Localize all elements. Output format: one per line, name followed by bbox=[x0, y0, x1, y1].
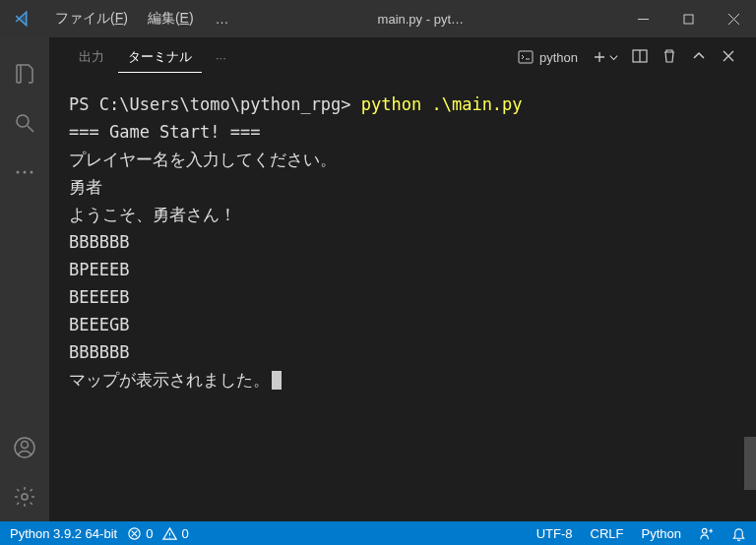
svg-point-11 bbox=[702, 528, 707, 533]
new-terminal-button[interactable] bbox=[592, 49, 618, 65]
output-line: マップが表示されました。 bbox=[69, 370, 270, 390]
terminal-shell-selector[interactable]: python bbox=[518, 49, 578, 65]
output-line: 勇者 bbox=[69, 177, 102, 197]
output-line: BBBBBB bbox=[69, 232, 129, 252]
settings-icon[interactable] bbox=[0, 472, 49, 521]
feedback-icon[interactable] bbox=[699, 526, 714, 541]
svg-point-7 bbox=[22, 494, 28, 500]
output-line: BPEEEB bbox=[69, 260, 129, 279]
error-count: 0 bbox=[146, 526, 153, 541]
menu-overflow[interactable]: … bbox=[204, 11, 241, 27]
activity-bar bbox=[0, 37, 49, 521]
notifications-icon[interactable] bbox=[731, 526, 746, 541]
shell-label: python bbox=[539, 50, 578, 65]
output-line: プレイヤー名を入力してください。 bbox=[69, 150, 337, 169]
tab-overflow[interactable]: ··· bbox=[206, 44, 236, 71]
svg-point-6 bbox=[22, 442, 29, 449]
scrollbar-thumb[interactable] bbox=[744, 437, 756, 490]
svg-point-1 bbox=[17, 115, 29, 127]
status-bar: Python 3.9.2 64-bit 0 0 UTF-8 CRLF Pytho… bbox=[0, 521, 756, 545]
account-icon[interactable] bbox=[0, 423, 49, 472]
search-icon[interactable] bbox=[0, 98, 49, 148]
problems[interactable]: 0 0 bbox=[127, 526, 188, 541]
tab-terminal[interactable]: ターミナル bbox=[118, 42, 202, 73]
split-terminal-button[interactable] bbox=[632, 48, 648, 67]
more-icon[interactable] bbox=[0, 148, 49, 197]
window-title: main.py - pyt… bbox=[241, 12, 620, 27]
vscode-icon bbox=[0, 10, 45, 28]
svg-point-2 bbox=[17, 171, 20, 174]
command: python .\main.py bbox=[361, 94, 523, 114]
output-line: BBBBBB bbox=[69, 342, 129, 362]
maximize-button[interactable] bbox=[665, 0, 711, 37]
kill-terminal-button[interactable] bbox=[662, 48, 677, 67]
svg-rect-0 bbox=[684, 15, 693, 24]
close-panel-button[interactable] bbox=[721, 48, 736, 67]
svg-point-4 bbox=[31, 171, 33, 174]
panel-tabs: 出力 ターミナル ··· python bbox=[49, 37, 756, 77]
menu-edit[interactable]: 編集(E) bbox=[138, 0, 204, 37]
svg-rect-8 bbox=[519, 51, 533, 63]
language-mode[interactable]: Python bbox=[642, 526, 681, 541]
terminal-content[interactable]: PS C:\Users\tomo\python_rpg> python .\ma… bbox=[49, 77, 756, 521]
menu-file[interactable]: ファイル(F) bbox=[45, 0, 138, 37]
title-bar: ファイル(F) 編集(E) … main.py - pyt… bbox=[0, 0, 756, 37]
close-button[interactable] bbox=[711, 0, 756, 37]
minimize-button[interactable] bbox=[620, 0, 665, 37]
tab-output[interactable]: 出力 bbox=[69, 42, 114, 72]
output-line: BEEEEB bbox=[69, 287, 129, 307]
warning-count: 0 bbox=[181, 526, 188, 541]
terminal-cursor bbox=[272, 371, 282, 390]
output-line: === Game Start! === bbox=[69, 122, 260, 142]
output-line: ようこそ、勇者さん！ bbox=[69, 205, 236, 224]
maximize-panel-button[interactable] bbox=[691, 48, 707, 67]
eol[interactable]: CRLF bbox=[591, 526, 624, 541]
output-line: BEEEGB bbox=[69, 315, 129, 334]
svg-point-3 bbox=[24, 171, 27, 174]
encoding[interactable]: UTF-8 bbox=[536, 526, 573, 541]
python-version[interactable]: Python 3.9.2 64-bit bbox=[10, 526, 117, 541]
explorer-icon[interactable] bbox=[0, 49, 49, 98]
ps-prompt: PS C:\Users\tomo\python_rpg> bbox=[69, 94, 361, 114]
